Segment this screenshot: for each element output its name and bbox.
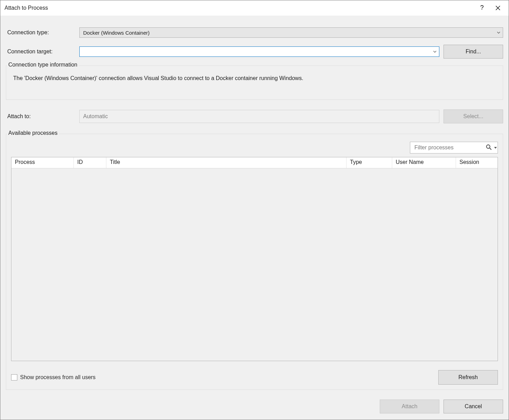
connection-type-label: Connection type: [6,29,75,36]
connection-info-legend: Connection type information [7,62,79,68]
filter-row [11,142,498,154]
available-processes-group: Available processes Process ID [6,134,503,390]
dialog-body: Connection type: Docker (Windows Contain… [0,16,509,420]
show-all-users-checkbox[interactable] [11,374,17,380]
column-process[interactable]: Process [11,157,74,168]
attach-to-process-dialog: Attach to Process ? Connection type: Doc… [0,0,509,420]
find-button[interactable]: Find... [444,45,503,59]
show-all-users-label: Show processes from all users [20,374,96,380]
available-processes-legend: Available processes [7,130,59,136]
column-title[interactable]: Title [106,157,346,168]
table-body [11,168,498,361]
table-header: Process ID Title Type User Name Session [11,157,498,168]
svg-line-3 [490,148,491,150]
connection-type-value: Docker (Windows Container) [83,30,150,36]
chevron-down-icon [497,30,501,36]
connection-target-combobox[interactable] [79,46,439,57]
connection-info-text: The 'Docker (Windows Container)' connect… [11,73,498,95]
connection-type-row: Connection type: Docker (Windows Contain… [6,27,503,38]
window-title: Attach to Process [5,5,474,11]
cancel-button[interactable]: Cancel [444,400,503,413]
dialog-button-row: Attach Cancel [6,400,503,413]
close-button[interactable] [490,2,506,14]
chevron-down-icon [433,49,437,55]
attach-to-row: Attach to: Automatic Select... [6,110,503,123]
search-icon [486,144,492,151]
close-icon [495,6,500,10]
attach-to-label: Attach to: [6,113,75,120]
attach-button: Attach [380,400,439,413]
refresh-button[interactable]: Refresh [438,370,498,385]
column-user-name[interactable]: User Name [392,157,456,168]
chevron-down-icon[interactable] [494,147,497,149]
help-button[interactable]: ? [474,2,490,14]
connection-target-label: Connection target: [6,49,75,55]
attach-to-field: Automatic [79,110,439,123]
processes-table[interactable]: Process ID Title Type User Name Session [11,157,498,361]
filter-processes-input[interactable] [414,144,484,151]
column-session[interactable]: Session [456,157,498,168]
connection-type-dropdown[interactable]: Docker (Windows Container) [79,27,503,38]
titlebar: Attach to Process ? [0,0,509,16]
processes-bottom-row: Show processes from all users Refresh [11,370,498,385]
select-button: Select... [444,110,503,123]
connection-info-group: Connection type information The 'Docker … [6,65,503,100]
connection-target-input[interactable] [83,47,433,56]
column-id[interactable]: ID [74,157,106,168]
svg-point-2 [486,145,490,148]
column-type[interactable]: Type [346,157,392,168]
attach-to-value: Automatic [83,113,108,120]
filter-processes-box[interactable] [410,142,498,154]
connection-target-row: Connection target: Find... [6,45,503,59]
